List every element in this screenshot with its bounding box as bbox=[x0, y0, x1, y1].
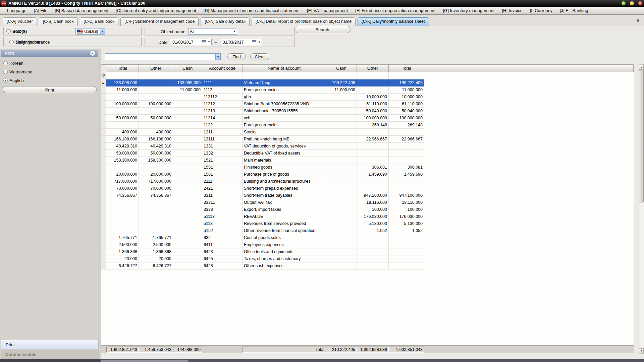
column-header[interactable]: Cash bbox=[173, 64, 202, 72]
tab-strip: [C-A] Voucher[C-B] Cash book[C-C] Bank b… bbox=[0, 15, 644, 26]
table-row[interactable]: 1122 Foreign currencies 269.148 269.148 bbox=[101, 122, 424, 129]
clear-button[interactable]: Clear bbox=[250, 53, 269, 60]
row-indicator bbox=[101, 164, 106, 171]
sidebar-bottom-print-item[interactable]: Print bbox=[1, 340, 99, 349]
menu-item[interactable]: [E] VAT management bbox=[303, 7, 352, 14]
print-button[interactable]: Print bbox=[3, 86, 97, 93]
menu-item[interactable]: [H] Invoice bbox=[498, 7, 526, 14]
table-row[interactable]: 51113 REVALUE 176.030.000 176.030.000 bbox=[101, 213, 424, 220]
column-header[interactable]: Name of account bbox=[243, 64, 326, 72]
find-row: ▼ Find Clear bbox=[105, 53, 407, 60]
print-language-radio[interactable]: Vietnamese bbox=[3, 69, 32, 75]
row-indicator bbox=[101, 122, 106, 129]
table-row[interactable]: 5152 Other revenue from financial operat… bbox=[101, 227, 424, 234]
find-combobox[interactable]: ▼ bbox=[105, 53, 221, 60]
find-button[interactable]: Find bbox=[227, 53, 246, 60]
table-row[interactable]: 11213 Shinhanbank - 70050015555 50.040.0… bbox=[101, 108, 424, 115]
window-maximize-button[interactable] bbox=[630, 1, 634, 6]
table-row[interactable]: 11.000.000 11.000.000 1112 Foreign curre… bbox=[101, 86, 424, 94]
chevron-down-icon[interactable]: ▼ bbox=[215, 54, 220, 60]
table-row[interactable]: 70.000.000 70.000.000 2421 Short-term pr… bbox=[101, 185, 424, 192]
menu-item[interactable]: [B] Basic data management bbox=[51, 7, 112, 14]
scroll-down-icon[interactable]: ▼ bbox=[639, 348, 644, 353]
chevron-down-icon[interactable]: ▼ bbox=[232, 28, 237, 34]
table-row[interactable]: 112112 ghh 10.000.000 10.000.000 bbox=[101, 94, 424, 101]
date-separator: ~ bbox=[214, 40, 217, 45]
date-to-field[interactable]: 31/03/2017 ▼ bbox=[221, 39, 262, 45]
search-button[interactable]: Search bbox=[294, 26, 351, 33]
row-indicator bbox=[101, 248, 106, 255]
view-radio-group: Daily trial balanceMonthly chart bbox=[3, 37, 142, 47]
window-minimize-button[interactable] bbox=[621, 1, 626, 6]
column-header[interactable]: Other bbox=[357, 64, 389, 72]
menu-item[interactable]: [F] Fixed asset depreciation management bbox=[352, 7, 439, 14]
filter-pin-icon[interactable] bbox=[101, 72, 106, 79]
menu-item[interactable]: [J] E - Banking bbox=[556, 7, 592, 14]
sidebar-column-visible-item[interactable]: Column visible bbox=[1, 350, 99, 359]
table-row[interactable]: 1551 Finished goods 306.081 306.081 bbox=[101, 164, 424, 171]
table-row[interactable]: 74.356.867 74.356.867 3311 Short-term tr… bbox=[101, 192, 424, 199]
tab[interactable]: [C-F] Statement of management code bbox=[120, 17, 199, 26]
table-row[interactable]: 5113 Revenues from services provided 5.1… bbox=[101, 220, 424, 227]
window-title: AMNOTE Ver.14.0.8 [1483 - Công ty TNHH A… bbox=[8, 1, 145, 6]
view-mode-radio[interactable]: Monthly chart bbox=[9, 37, 42, 47]
table-row[interactable]: 100.000.000 100.000.000 11212 Shinhan Ba… bbox=[101, 101, 424, 108]
auto-filter-row[interactable] bbox=[101, 72, 424, 79]
table-row[interactable]: 3333 Export, import taxes 100.000 100.00… bbox=[101, 206, 424, 213]
scrollbar-thumb[interactable] bbox=[639, 70, 644, 202]
tab[interactable]: [C-A] Voucher bbox=[3, 17, 37, 26]
table-row[interactable]: 50.000.000 50.000.000 11214 vcb 100.000.… bbox=[101, 115, 424, 122]
menu-item[interactable]: [C] Journal entry and ledger management bbox=[112, 7, 200, 14]
menu-item[interactable]: [D] Management of income and finacial st… bbox=[200, 7, 303, 14]
chevron-down-icon[interactable]: ▼ bbox=[100, 28, 105, 34]
table-row[interactable]: 166.188.000 166.188.000 13111 Phải thu k… bbox=[101, 136, 424, 143]
tab[interactable]: [C-L] Detail report of profit/lost base … bbox=[252, 17, 356, 26]
column-header[interactable]: Total bbox=[106, 64, 139, 72]
table-row[interactable]: 33311 Output VAT tax 18.116.000 18.116.0… bbox=[101, 199, 424, 206]
menu-item[interactable]: [I] Currency bbox=[526, 7, 556, 14]
table-row[interactable]: 1.366.368 1.366.368 6423 Office tools an… bbox=[101, 248, 424, 255]
scrollbar-thumb[interactable] bbox=[101, 360, 189, 362]
table-row[interactable]: 40.429.310 40.429.310 1331 VAT deduction… bbox=[101, 143, 424, 150]
chevron-down-icon[interactable]: ▼ bbox=[257, 39, 262, 45]
table-row[interactable]: 6.426.727 6.426.727 6428 Other cash expe… bbox=[101, 262, 424, 269]
table-row[interactable]: 20.000 20.000 6425 Taxes, charges and cu… bbox=[101, 255, 424, 262]
table-row[interactable]: 717.000.000 717.000.000 2111 Building an… bbox=[101, 178, 424, 185]
menu-item[interactable]: Language bbox=[3, 7, 30, 14]
row-indicator bbox=[101, 241, 106, 248]
collapse-chevron-icon[interactable]: ▼ bbox=[90, 51, 95, 56]
chevron-down-icon[interactable]: ▼ bbox=[207, 39, 211, 45]
scroll-up-icon[interactable]: ▲ bbox=[639, 65, 644, 70]
table-row[interactable]: 20.000.000 20.000.000 1561 Purchase pric… bbox=[101, 171, 424, 178]
date-from-field[interactable]: 01/03/2017 ▼ bbox=[171, 39, 212, 45]
table-row[interactable]: 1.765.771 1.765.771 632 Cost of goods so… bbox=[101, 234, 424, 241]
table-row[interactable]: 50.000.000 50.000.000 1332 Deductible VA… bbox=[101, 150, 424, 157]
tab[interactable]: [C-N] Sale diary detail bbox=[201, 17, 250, 26]
table-row[interactable]: 158.300.000 158.300.000 1521 Main materi… bbox=[101, 157, 424, 164]
horizontal-scrollbar[interactable] bbox=[0, 359, 644, 362]
column-header[interactable]: Total bbox=[389, 64, 424, 72]
vertical-scrollbar[interactable]: ▲ ▼ bbox=[639, 64, 644, 354]
tab[interactable]: [C-B] Cash book bbox=[39, 17, 78, 26]
column-header[interactable]: Cash bbox=[326, 64, 357, 72]
column-header[interactable]: Account code bbox=[202, 64, 243, 72]
table-row[interactable]: 400.000 400.000 1211 Stocks bbox=[101, 129, 424, 136]
menu-item[interactable]: [A] File bbox=[30, 7, 51, 14]
tab[interactable]: [C-K] Daily/monthly balance sheet bbox=[358, 17, 429, 26]
currency-radio[interactable]: Both bbox=[6, 27, 21, 36]
print-language-radio[interactable]: English bbox=[3, 77, 24, 83]
table-row[interactable]: 133.098.000 133.098.000 1111 Vietnam Don… bbox=[101, 79, 424, 86]
print-language-radio[interactable]: Korean bbox=[3, 60, 23, 66]
find-input[interactable] bbox=[105, 54, 215, 60]
menu-item[interactable]: [G] Inventory management bbox=[439, 7, 498, 14]
print-panel-header[interactable]: Print ▼ bbox=[1, 50, 98, 57]
column-header[interactable]: Other bbox=[139, 64, 173, 72]
object-name-combobox[interactable]: All ▼ bbox=[188, 28, 237, 35]
tabstrip-close-icon[interactable]: ✕ bbox=[635, 18, 641, 23]
tab[interactable]: [C-C] Bank book bbox=[80, 17, 119, 26]
app-logo-icon: am bbox=[1, 1, 6, 6]
radio-icon bbox=[9, 40, 14, 44]
currency-combobox[interactable]: USD($) ▼ bbox=[75, 28, 105, 35]
table-row[interactable]: 2.500.000 2.500.000 6411 Employees expen… bbox=[101, 241, 424, 248]
window-close-button[interactable] bbox=[638, 1, 643, 6]
